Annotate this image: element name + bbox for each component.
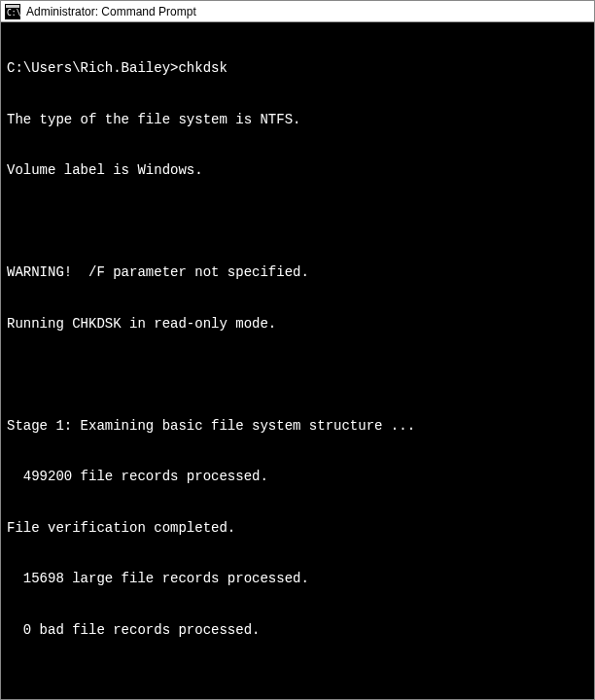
output-line: 15698 large file records processed.: [7, 571, 588, 588]
svg-text:C:\: C:\: [7, 9, 20, 18]
output-line: Running CHKDSK in read-only mode.: [7, 316, 588, 333]
terminal-output[interactable]: C:\Users\Rich.Bailey>chkdsk The type of …: [1, 22, 594, 699]
svg-rect-1: [6, 5, 19, 8]
titlebar[interactable]: C:\ Administrator: Command Prompt: [1, 1, 594, 22]
output-line: [7, 673, 588, 690]
command-prompt-window: C:\ Administrator: Command Prompt C:\Use…: [0, 0, 595, 700]
output-line: [7, 367, 588, 384]
output-line: Volume label is Windows.: [7, 162, 588, 180]
output-line: 499200 file records processed.: [7, 469, 588, 486]
output-line: Stage 1: Examining basic file system str…: [7, 418, 588, 436]
output-line: WARNING! /F parameter not specified.: [7, 264, 588, 282]
output-line: [7, 214, 588, 231]
cmd-icon: C:\: [5, 4, 20, 19]
output-line: File verification completed.: [7, 520, 588, 538]
prompt-line-1: C:\Users\Rich.Bailey>chkdsk: [7, 60, 588, 78]
command-entered: chkdsk: [178, 60, 227, 78]
prompt-path: C:\Users\Rich.Bailey>: [7, 60, 178, 78]
window-title: Administrator: Command Prompt: [26, 5, 196, 18]
output-line: 0 bad file records processed.: [7, 622, 588, 640]
output-line: The type of the file system is NTFS.: [7, 112, 588, 129]
